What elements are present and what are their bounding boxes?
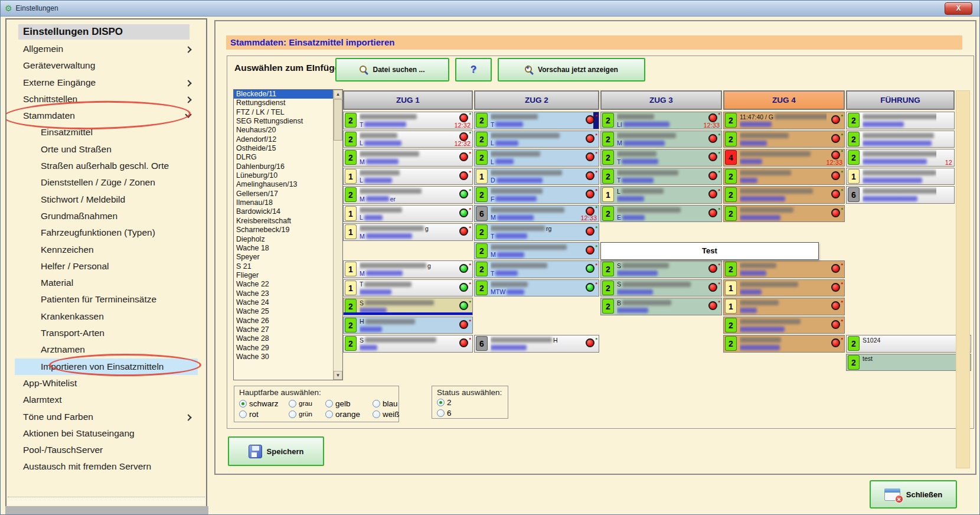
sidebar-item-patienten-f-r-termineins-tze[interactable]: Patienten für Termineinsätze (15, 291, 198, 308)
resource-cell[interactable]: 2MTW* (474, 279, 599, 297)
resource-cell[interactable]: 1* (723, 279, 845, 297)
listbox-item[interactable]: FTZ / LK / TEL (234, 108, 333, 117)
resource-cell[interactable]: 2S* (600, 279, 722, 297)
save-button[interactable]: Speichern (228, 436, 324, 466)
listbox-item[interactable]: Wache 25 (234, 307, 333, 316)
radio-option-rot[interactable]: rot (239, 409, 289, 419)
listbox-item[interactable]: Wache 18 (234, 244, 333, 253)
sidebar-item-aktionen-bei-statuseingang[interactable]: Aktionen bei Statuseingang (15, 425, 198, 442)
resource-cell[interactable]: 2M* (474, 242, 599, 260)
resource-cell[interactable]: 2T* (474, 260, 599, 278)
sidebar-item-importieren-von-einsatzmitteln[interactable]: Importieren von Einsatzmitteln (15, 358, 198, 375)
listbox-item[interactable]: Amelinghausen/13 (234, 180, 333, 189)
listbox-item[interactable]: Ostheide/15 (234, 144, 333, 153)
resource-cell[interactable]: 2* (723, 131, 845, 148)
resource-cell[interactable]: 6art (846, 186, 955, 204)
listbox-item[interactable]: Wache 28 (234, 334, 333, 343)
resource-cell[interactable]: 2* (723, 260, 845, 278)
listbox-scrollbar[interactable]: ▲ ▼ (333, 90, 342, 380)
preview-button[interactable]: + Vorschau jetzt anzeigen (498, 58, 645, 82)
sidebar-item-einsatzmittel[interactable]: Einsatzmittel (15, 124, 198, 141)
resource-cell[interactable]: 2M* (600, 131, 722, 148)
sidebar-item-kennzeichen[interactable]: Kennzeichen (15, 242, 198, 258)
sidebar-item-externe-eing-nge[interactable]: Externe Eingänge (15, 74, 198, 91)
resource-cell[interactable]: 2L* (474, 131, 599, 148)
radio-option-grau[interactable]: grau (289, 398, 325, 409)
sidebar-item-allgemein[interactable]: Allgemein (15, 41, 198, 57)
listbox-item[interactable]: Wache 27 (234, 325, 333, 334)
resource-cell[interactable]: 2T* (600, 149, 722, 167)
resource-cell[interactable]: 6M*12:33 (474, 205, 599, 223)
resource-cell[interactable]: 212 (846, 149, 955, 167)
resource-cell[interactable]: 2B* (600, 298, 722, 315)
resource-cell[interactable]: 2S* (343, 298, 473, 315)
sidebar-item-dienststellen-z-ge-zonen[interactable]: Dienststellen / Züge / Zonen (15, 174, 198, 191)
sidebar-item-schnittstellen[interactable]: Schnittstellen (15, 91, 198, 107)
resource-cell[interactable]: 2* (723, 168, 845, 185)
listbox-item[interactable]: Wache 29 (234, 344, 333, 353)
sidebar-item-krankenkassen[interactable]: Krankenkassen (15, 308, 198, 325)
radio-option-6[interactable]: 6 (437, 408, 503, 418)
resource-cell[interactable]: 2M* (343, 149, 473, 167)
resource-cell[interactable]: 211:47:40 / G* (723, 112, 845, 129)
listbox-item[interactable]: Rettungsdienst (234, 99, 333, 107)
scroll-up-icon[interactable]: ▲ (334, 90, 342, 99)
resource-cell[interactable]: 2T* (600, 168, 722, 185)
listbox-item[interactable]: S 21 (234, 262, 333, 271)
radio-option-orange[interactable]: orange (325, 409, 373, 419)
scrollbar-thumb[interactable] (334, 99, 342, 141)
resource-cell[interactable]: 6H* (474, 335, 599, 353)
resource-cell[interactable]: 1* (723, 298, 845, 315)
sidebar-item-t-ne-und-farben[interactable]: Töne und Farben (15, 409, 198, 425)
resource-cell[interactable]: 1L* (343, 168, 473, 185)
resource-cell[interactable]: 1 (846, 168, 955, 185)
listbox-item[interactable]: Flieger (234, 271, 333, 280)
listbox-item[interactable]: Wache 22 (234, 280, 333, 289)
resource-cell[interactable]: 1D* (474, 168, 599, 185)
resource-cell[interactable]: 2T*12:32 (343, 112, 473, 129)
radio-option-wei-[interactable]: weiß (373, 409, 404, 419)
resource-cell[interactable]: 2S* (343, 335, 473, 353)
scroll-down-icon[interactable]: ▼ (334, 371, 342, 380)
sidebar-item-alarmtext[interactable]: Alarmtext (15, 392, 198, 408)
resource-cell[interactable]: 2E* (600, 205, 722, 223)
listbox-item[interactable]: Ilmenau/18 (234, 198, 333, 207)
sidebar-item-ger-teverwaltung[interactable]: Geräteverwaltung (15, 57, 198, 74)
resource-cell[interactable]: 2* (723, 317, 845, 334)
sidebar-item-orte-und-stra-en[interactable]: Orte und Straßen (15, 141, 198, 158)
listbox-item[interactable]: Wache 23 (234, 289, 333, 298)
radio-option-gelb[interactable]: gelb (325, 398, 373, 409)
sidebar-item-stammdaten[interactable]: Stammdaten (15, 107, 198, 124)
listbox-item[interactable]: Wache 24 (234, 298, 333, 307)
sidebar-item-grundma-nahmen[interactable]: Grundmaßnahmen (15, 208, 198, 224)
resource-cell[interactable]: 4*12:33 (723, 149, 845, 167)
listbox-item[interactable]: Neuhaus/20 (234, 126, 333, 135)
sidebar-item-arztnamen[interactable]: Arztnamen (15, 341, 198, 358)
listbox-item[interactable]: Kreisbereitschaft (234, 217, 333, 226)
resource-cell[interactable]: 2S* (600, 260, 722, 278)
sidebar-item-austausch-mit-fremden-servern[interactable]: Austausch mit fremden Servern (15, 458, 198, 475)
listbox-item[interactable]: Bardowick/14 (234, 207, 333, 216)
resource-cell[interactable]: 1gM* (343, 260, 473, 278)
listbox-item[interactable]: DLRG (234, 153, 333, 162)
radio-option-schwarz[interactable]: schwarz (239, 398, 289, 409)
close-button[interactable]: ✕ Schließen (870, 480, 957, 509)
sidebar-item-app-whitelist[interactable]: App-Whitelist (15, 375, 198, 392)
resource-cell[interactable]: 2S1024 (846, 335, 971, 353)
resource-cell[interactable]: 2e (846, 112, 955, 129)
resource-cell[interactable]: 2test (846, 354, 971, 371)
resource-cell[interactable]: 2Mer* (343, 186, 473, 204)
listbox-item[interactable]: Diepholz (234, 235, 333, 244)
sidebar-item-fahrzeugfunktionen-typen-[interactable]: Fahrzeugfunktionen (Typen) (15, 224, 198, 241)
sidebar-item-stichwort-meldebild[interactable]: Stichwort / Meldebild (15, 191, 198, 208)
sidebar-item-pool-tauschserver[interactable]: Pool-/TauschServer (15, 442, 198, 458)
resource-cell[interactable]: 2F* (474, 186, 599, 204)
radio-option-blau[interactable]: blau (373, 398, 404, 409)
sidebar-item-helfer-personal[interactable]: Helfer / Personal (15, 258, 198, 275)
resource-cell[interactable]: 2* (723, 205, 845, 223)
help-button[interactable]: ? (455, 58, 492, 82)
listbox-item[interactable]: Gellersen/17 (234, 190, 333, 198)
listbox-item[interactable]: Bleckede/11 (234, 90, 333, 99)
listbox-item[interactable]: Dahlenburg/16 (234, 162, 333, 171)
resource-cell[interactable]: 2 (846, 131, 955, 148)
